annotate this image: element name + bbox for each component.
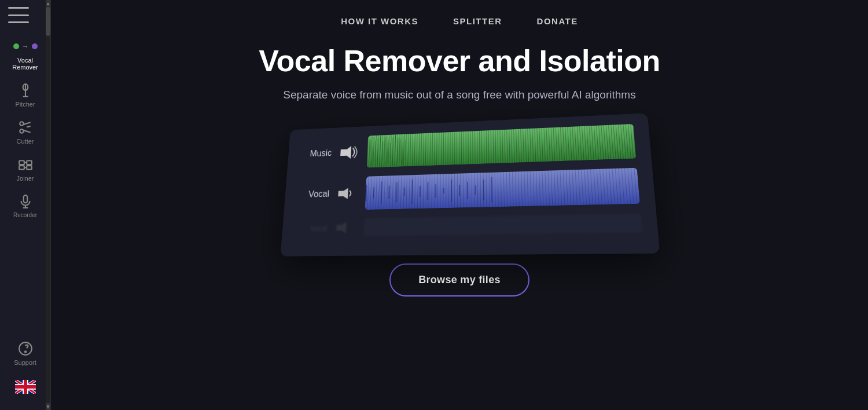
browse-files-button[interactable]: Browse my files bbox=[389, 263, 529, 296]
uk-flag-icon bbox=[15, 380, 36, 394]
svg-rect-55 bbox=[435, 184, 436, 197]
svg-rect-57 bbox=[451, 180, 452, 202]
arrow-icon: → bbox=[22, 42, 29, 50]
sidebar-scrollbar[interactable]: ▲ ▼ bbox=[46, 0, 50, 410]
svg-point-2 bbox=[20, 129, 24, 133]
svg-rect-9 bbox=[27, 166, 32, 170]
svg-rect-34 bbox=[382, 141, 383, 160]
vocal-volume-icon[interactable] bbox=[337, 185, 358, 202]
vocal-track-row: Vocal bbox=[296, 168, 639, 211]
svg-rect-32 bbox=[377, 138, 378, 164]
support-icon bbox=[15, 341, 36, 357]
dot-green bbox=[13, 43, 19, 49]
svg-rect-31 bbox=[374, 141, 376, 162]
sidebar-label-cutter: Cutter bbox=[17, 138, 34, 145]
svg-marker-63 bbox=[336, 222, 347, 233]
ghost-track-row: Vocal bbox=[295, 214, 642, 237]
svg-rect-40 bbox=[397, 138, 398, 163]
pitcher-icon bbox=[15, 82, 36, 98]
nav-donate[interactable]: DONATE bbox=[537, 16, 578, 26]
svg-point-16 bbox=[24, 351, 25, 352]
sidebar-language[interactable] bbox=[5, 375, 46, 398]
svg-rect-30 bbox=[372, 137, 374, 166]
svg-line-5 bbox=[27, 126, 30, 127]
svg-rect-41 bbox=[400, 139, 401, 162]
ghost-volume-icon bbox=[336, 219, 356, 236]
main-content: HOW IT WORKS SPLITTER DONATE Vocal Remov… bbox=[51, 0, 868, 410]
svg-rect-27 bbox=[367, 124, 637, 168]
hero-section: Vocal Remover and Isolation Separate voi… bbox=[259, 38, 660, 296]
svg-rect-52 bbox=[411, 180, 413, 204]
svg-line-4 bbox=[23, 130, 30, 133]
music-waveform bbox=[367, 124, 637, 168]
svg-rect-29 bbox=[369, 140, 371, 163]
svg-rect-50 bbox=[396, 182, 398, 202]
svg-rect-25 bbox=[15, 385, 36, 389]
sidebar-label-vocal-remover: Vocal Remover bbox=[12, 57, 38, 71]
vocal-waveform bbox=[365, 168, 640, 210]
svg-rect-54 bbox=[427, 182, 428, 200]
svg-rect-48 bbox=[380, 181, 382, 204]
sidebar-item-vocal-remover[interactable]: → Vocal Remover bbox=[5, 34, 46, 75]
svg-rect-35 bbox=[384, 137, 386, 165]
sidebar-label-recorder: Recorder bbox=[13, 212, 37, 218]
svg-rect-6 bbox=[19, 161, 24, 165]
sidebar-item-pitcher[interactable]: Pitcher bbox=[5, 78, 46, 112]
recorder-icon bbox=[15, 193, 36, 210]
svg-rect-46 bbox=[365, 185, 367, 202]
svg-rect-60 bbox=[475, 185, 476, 195]
joiner-icon bbox=[15, 156, 36, 173]
svg-rect-49 bbox=[388, 186, 390, 199]
svg-line-3 bbox=[23, 122, 30, 125]
top-navigation: HOW IT WORKS SPLITTER DONATE bbox=[51, 0, 868, 38]
sidebar-item-cutter[interactable]: Cutter bbox=[5, 115, 46, 149]
scroll-arrow-down[interactable]: ▼ bbox=[46, 403, 50, 410]
page-title: Vocal Remover and Isolation bbox=[259, 43, 660, 78]
svg-rect-53 bbox=[420, 186, 421, 197]
svg-rect-45 bbox=[365, 168, 640, 210]
svg-rect-28 bbox=[367, 138, 369, 165]
svg-rect-33 bbox=[379, 136, 381, 166]
svg-rect-43 bbox=[404, 140, 406, 160]
sidebar-item-support[interactable]: Support bbox=[5, 336, 46, 371]
dot-purple bbox=[32, 43, 38, 49]
music-label: Music bbox=[300, 148, 332, 159]
svg-marker-44 bbox=[338, 188, 348, 199]
svg-rect-36 bbox=[387, 139, 388, 163]
vocal-label: Vocal bbox=[297, 189, 330, 199]
svg-rect-61 bbox=[483, 180, 484, 200]
svg-rect-38 bbox=[392, 137, 393, 164]
svg-rect-51 bbox=[404, 188, 405, 197]
svg-point-1 bbox=[20, 122, 24, 126]
hamburger-menu[interactable] bbox=[8, 7, 29, 23]
music-volume-icon[interactable] bbox=[340, 145, 359, 160]
svg-rect-39 bbox=[395, 135, 396, 166]
sidebar-item-joiner[interactable]: Joiner bbox=[5, 152, 46, 186]
nav-how-it-works[interactable]: HOW IT WORKS bbox=[341, 16, 418, 26]
waveform-card: Music bbox=[281, 113, 660, 256]
hero-subtitle: Separate voice from music out of a song … bbox=[259, 89, 660, 101]
svg-rect-59 bbox=[467, 182, 468, 199]
svg-rect-56 bbox=[443, 188, 444, 194]
sidebar-label-pitcher: Pitcher bbox=[15, 101, 35, 108]
scroll-track bbox=[46, 7, 50, 403]
sidebar-label-support: Support bbox=[14, 359, 36, 366]
svg-rect-8 bbox=[19, 166, 24, 170]
svg-rect-12 bbox=[23, 195, 27, 203]
sidebar: → Vocal Remover Pitcher Cutter bbox=[0, 0, 51, 410]
svg-marker-26 bbox=[340, 146, 351, 159]
cutter-icon bbox=[15, 119, 36, 136]
music-track-row: Music bbox=[300, 124, 637, 170]
svg-rect-58 bbox=[459, 185, 460, 196]
sidebar-item-recorder[interactable]: Recorder bbox=[5, 189, 46, 223]
scroll-arrow-up[interactable]: ▲ bbox=[46, 0, 50, 7]
waveform-illustration: Music bbox=[274, 119, 645, 246]
svg-rect-37 bbox=[389, 142, 391, 159]
svg-rect-47 bbox=[373, 187, 375, 198]
svg-rect-7 bbox=[27, 161, 32, 165]
sidebar-label-joiner: Joiner bbox=[17, 175, 34, 182]
nav-splitter[interactable]: SPLITTER bbox=[453, 16, 502, 26]
svg-rect-42 bbox=[402, 136, 403, 164]
svg-rect-62 bbox=[491, 177, 492, 203]
scroll-thumb[interactable] bbox=[46, 7, 50, 36]
